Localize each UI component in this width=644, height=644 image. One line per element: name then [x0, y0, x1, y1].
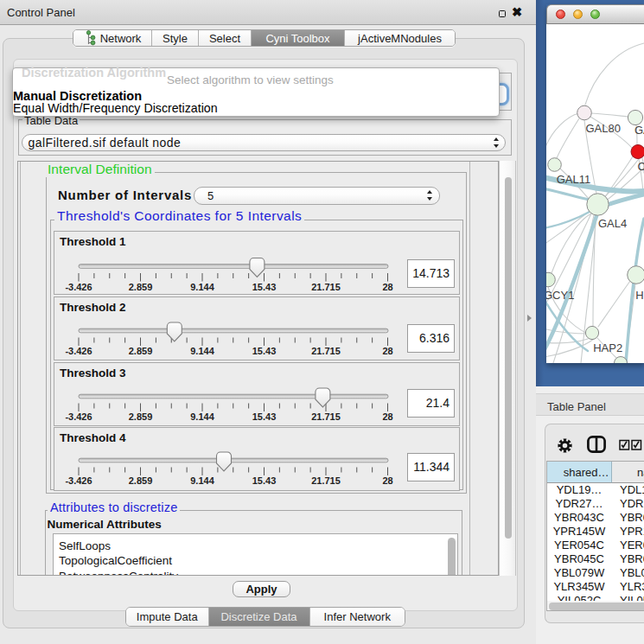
svg-text:GCY1: GCY1	[546, 289, 574, 302]
svg-text:21.715: 21.715	[311, 346, 341, 356]
svg-text:-3.426: -3.426	[65, 346, 92, 356]
svg-text:28: 28	[382, 281, 392, 291]
svg-text:CY: CY	[637, 160, 644, 173]
svg-text:GAL80: GAL80	[585, 122, 620, 135]
svg-text:9.144: 9.144	[190, 281, 214, 291]
svg-text:HI: HI	[635, 289, 644, 302]
svg-text:21.715: 21.715	[311, 281, 341, 291]
svg-text:HAP2: HAP2	[593, 341, 622, 354]
svg-text:9.144: 9.144	[190, 346, 214, 356]
svg-text:GAL11: GAL11	[556, 173, 590, 186]
svg-text:28: 28	[382, 475, 392, 486]
svg-text:2.859: 2.859	[129, 346, 153, 356]
svg-text:15.43: 15.43	[252, 411, 277, 422]
svg-text:15.43: 15.43	[252, 281, 277, 291]
svg-text:-3.426: -3.426	[65, 411, 92, 422]
svg-text:9.144: 9.144	[190, 411, 214, 422]
svg-text:9.144: 9.144	[190, 475, 214, 486]
svg-text:21.715: 21.715	[311, 411, 341, 422]
svg-text:28: 28	[382, 411, 392, 422]
svg-text:2.859: 2.859	[129, 281, 153, 291]
svg-text:2.859: 2.859	[129, 411, 153, 422]
svg-text:GAL: GAL	[634, 123, 644, 136]
svg-text:28: 28	[382, 346, 392, 356]
svg-text:-3.426: -3.426	[65, 281, 92, 291]
svg-text:-3.426: -3.426	[65, 475, 92, 486]
svg-text:15.43: 15.43	[252, 475, 277, 486]
svg-text:GAL4: GAL4	[598, 217, 627, 230]
svg-text:21.715: 21.715	[311, 475, 341, 486]
svg-text:15.43: 15.43	[252, 346, 277, 356]
svg-text:2.859: 2.859	[129, 475, 153, 486]
